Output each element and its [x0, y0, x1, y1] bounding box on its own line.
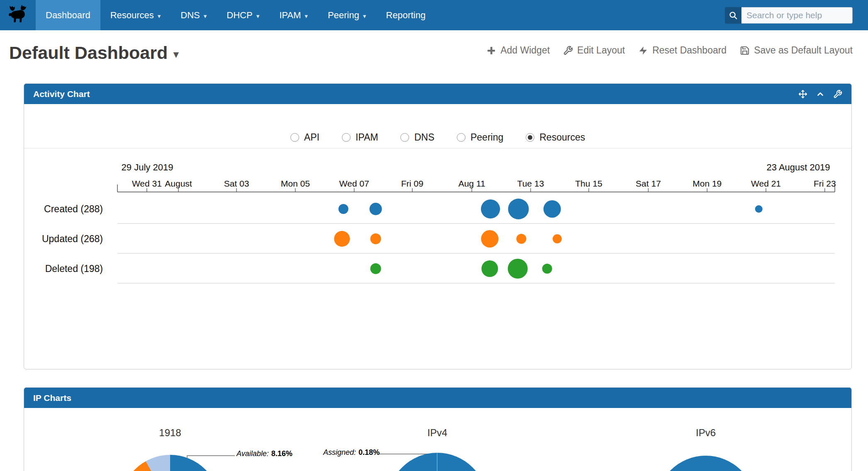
- activity-panel-header: Activity Chart: [24, 84, 851, 104]
- pie-annotation-assigned: Assigned:0.18%: [323, 448, 380, 457]
- action-label: Add Widget: [500, 45, 550, 56]
- svg-text:23 August 2019: 23 August 2019: [767, 162, 830, 172]
- svg-text:Updated (268): Updated (268): [42, 233, 103, 244]
- radio-peering[interactable]: Peering: [457, 132, 503, 143]
- title-caret-down-icon[interactable]: [173, 49, 178, 60]
- radio-label: DNS: [414, 132, 434, 143]
- action-label: Reset Dashboard: [652, 45, 727, 56]
- page-title: Default Dashboard: [9, 43, 178, 63]
- nav-item-dashboard[interactable]: Dashboard: [36, 0, 100, 30]
- action-label: Edit Layout: [577, 45, 625, 56]
- radio-circle: [290, 133, 299, 142]
- panel-title: Activity Chart: [33, 89, 90, 99]
- nav-label: Resources: [110, 10, 154, 21]
- caret-down-icon: [204, 12, 207, 20]
- svg-text:Sat 03: Sat 03: [224, 179, 249, 188]
- nav-label: Dashboard: [46, 10, 90, 21]
- move-icon[interactable]: [798, 90, 807, 99]
- radio-ipam[interactable]: IPAM: [342, 132, 378, 143]
- radio-circle: [342, 133, 351, 142]
- nav-item-dhcp[interactable]: DHCP: [217, 0, 269, 30]
- radio-label: API: [304, 132, 319, 143]
- svg-text:Aug 11: Aug 11: [458, 179, 485, 188]
- radio-circle: [400, 133, 409, 142]
- settings-wrench-icon[interactable]: [833, 90, 842, 99]
- svg-text:Wed 31: Wed 31: [132, 179, 162, 188]
- page: Dashboard Resources DNS DHCP IPAM Peerin…: [0, 0, 868, 471]
- search-input[interactable]: [741, 7, 853, 24]
- page-title-text: Default Dashboard: [9, 43, 168, 63]
- svg-text:Deleted (198): Deleted (198): [45, 263, 103, 274]
- nav-label: Reporting: [386, 10, 425, 21]
- annotation-connector: [187, 455, 235, 456]
- panel-header-icons: [798, 90, 842, 99]
- ip-charts-panel: IP Charts 1918 IPv4 IPv6 Available:8.16%…: [24, 387, 852, 471]
- svg-text:Fri 23: Fri 23: [814, 179, 836, 188]
- nav-label: DHCP: [227, 10, 252, 21]
- nav-label: DNS: [180, 10, 200, 21]
- nav-item-reporting[interactable]: Reporting: [376, 0, 435, 30]
- caret-down-icon: [363, 12, 366, 20]
- svg-text:Mon 05: Mon 05: [281, 179, 310, 188]
- pie-title-1918: 1918: [108, 427, 232, 439]
- svg-text:Wed 07: Wed 07: [339, 179, 369, 188]
- annotation-value: 0.18%: [358, 448, 380, 456]
- add-widget-button[interactable]: Add Widget: [486, 45, 550, 56]
- svg-text:Wed 21: Wed 21: [751, 179, 781, 188]
- radio-dns[interactable]: DNS: [400, 132, 434, 143]
- svg-text:Mon 19: Mon 19: [692, 179, 722, 188]
- pie-chart-ipv4[interactable]: [388, 453, 487, 471]
- pie-chart-1918[interactable]: [120, 455, 220, 471]
- radio-label: Peering: [471, 132, 503, 143]
- radio-label: IPAM: [356, 132, 378, 143]
- bolt-icon: [638, 46, 648, 56]
- svg-text:Sat 17: Sat 17: [636, 179, 661, 188]
- radio-circle: [526, 133, 534, 142]
- dashboard-actions: Add Widget Edit Layout Reset Dashboard S…: [486, 45, 853, 56]
- nav-item-dns[interactable]: DNS: [171, 0, 217, 30]
- save-icon: [740, 46, 750, 56]
- pie-annotation-available: Available:8.16%: [237, 449, 293, 458]
- annotation-prefix: Available:: [237, 449, 269, 458]
- search-icon: [729, 11, 738, 20]
- nav-label: IPAM: [279, 10, 301, 21]
- radio-api[interactable]: API: [290, 132, 319, 143]
- ip-charts-body: 1918 IPv4 IPv6 Available:8.16% Assigned:…: [24, 408, 851, 471]
- activity-chart-panel: Activity Chart API IPAM: [24, 83, 852, 369]
- top-navbar: Dashboard Resources DNS DHCP IPAM Peerin…: [0, 0, 868, 30]
- nav-label: Peering: [328, 10, 359, 21]
- search-button[interactable]: [725, 7, 741, 24]
- ip-panel-header: IP Charts: [24, 388, 851, 408]
- save-default-layout-button[interactable]: Save as Default Layout: [740, 45, 853, 56]
- wrench-icon: [563, 46, 573, 56]
- svg-text:Thu 15: Thu 15: [575, 179, 602, 188]
- svg-text:Created (288): Created (288): [44, 204, 103, 214]
- collapse-chevron-up-icon[interactable]: [816, 90, 825, 99]
- caret-down-icon: [256, 12, 260, 20]
- annotation-value: 8.16%: [271, 449, 293, 458]
- svg-text:29 July 2019: 29 July 2019: [122, 162, 173, 172]
- pie-title-ipv4: IPv4: [375, 427, 500, 439]
- radio-circle: [457, 133, 466, 142]
- action-label: Save as Default Layout: [754, 45, 853, 56]
- app-logo[interactable]: [0, 0, 36, 30]
- moose-logo-icon: [6, 4, 29, 27]
- caret-down-icon: [158, 12, 161, 20]
- pie-title-ipv6: IPv6: [644, 427, 768, 439]
- search-bar: [725, 0, 853, 30]
- svg-text:August: August: [165, 179, 192, 188]
- annotation-prefix: Assigned:: [323, 448, 356, 456]
- nav-item-peering[interactable]: Peering: [318, 0, 376, 30]
- nav-item-resources[interactable]: Resources: [100, 0, 171, 30]
- edit-layout-button[interactable]: Edit Layout: [563, 45, 625, 56]
- svg-text:Fri 09: Fri 09: [401, 179, 424, 188]
- pie-chart-ipv6[interactable]: [656, 456, 756, 471]
- panel-title: IP Charts: [33, 393, 71, 403]
- svg-text:Tue 13: Tue 13: [517, 179, 544, 188]
- activity-filter-radios: API IPAM DNS Peering Resources: [24, 104, 851, 148]
- plus-icon: [486, 46, 496, 56]
- radio-resources[interactable]: Resources: [526, 132, 585, 143]
- caret-down-icon: [305, 12, 308, 20]
- nav-item-ipam[interactable]: IPAM: [269, 0, 318, 30]
- reset-dashboard-button[interactable]: Reset Dashboard: [638, 45, 727, 56]
